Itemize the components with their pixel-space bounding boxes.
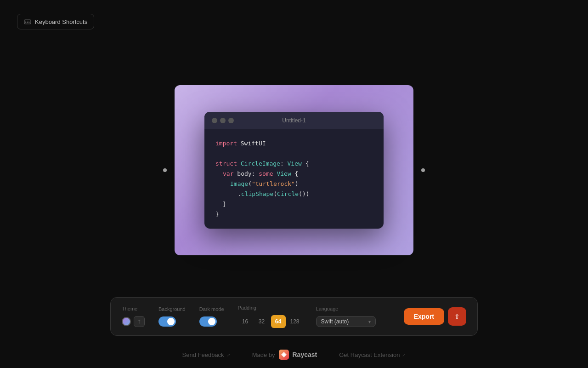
theme-arrow-btn[interactable]: ⇧ bbox=[134, 316, 145, 327]
svg-rect-2 bbox=[27, 21, 28, 22]
canvas-area: Untitled-1 import SwiftUI struct CircleI… bbox=[0, 46, 588, 294]
code-window: Untitled-1 import SwiftUI struct CircleI… bbox=[204, 112, 384, 229]
dot-minimize bbox=[220, 118, 226, 123]
darkmode-label: Dark mode bbox=[199, 306, 224, 312]
external-link-icon: ↗ bbox=[226, 352, 230, 357]
padding-options: 16 32 64 128 bbox=[238, 315, 302, 328]
background-controls bbox=[158, 316, 186, 327]
toolbar: Theme ⇧ Background Dark mode Padding 16 … bbox=[110, 297, 478, 336]
screenshot-frame: Untitled-1 import SwiftUI struct CircleI… bbox=[175, 85, 413, 255]
chevron-down-icon: ▾ bbox=[368, 319, 371, 324]
window-title: Untitled-1 bbox=[282, 117, 305, 124]
code-line-7: } bbox=[215, 199, 373, 209]
padding-128[interactable]: 128 bbox=[288, 315, 302, 328]
code-line-4: var body: some View { bbox=[215, 169, 373, 179]
code-line-5: Image("turtlerock") bbox=[215, 179, 373, 189]
language-group: Language Swift (auto) ▾ bbox=[316, 306, 376, 327]
svg-rect-5 bbox=[27, 22, 28, 23]
keyboard-icon bbox=[24, 18, 31, 25]
code-line-blank bbox=[215, 149, 373, 159]
extension-label: Get Raycast Extension bbox=[339, 351, 400, 358]
theme-label: Theme bbox=[122, 306, 145, 311]
footer: Send Feedback ↗ Made by Raycast Get Rayc… bbox=[0, 350, 588, 360]
top-bar: Keyboard Shortcuts bbox=[17, 14, 94, 29]
theme-color-swatch[interactable] bbox=[122, 317, 131, 326]
export-button[interactable]: Export bbox=[404, 308, 444, 325]
window-dots bbox=[212, 118, 234, 123]
darkmode-controls bbox=[199, 316, 224, 327]
darkmode-toggle-knob bbox=[208, 318, 215, 325]
svg-rect-3 bbox=[28, 21, 29, 22]
keyboard-shortcuts-label: Keyboard Shortcuts bbox=[35, 18, 87, 25]
padding-64[interactable]: 64 bbox=[271, 315, 286, 328]
svg-rect-0 bbox=[24, 20, 31, 24]
feedback-link[interactable]: Send Feedback ↗ bbox=[182, 351, 230, 358]
background-toggle-knob bbox=[167, 318, 175, 325]
made-by-label: Made by bbox=[252, 351, 275, 358]
svg-point-8 bbox=[283, 354, 285, 356]
code-body: import SwiftUI struct CircleImage: View … bbox=[204, 129, 384, 229]
darkmode-toggle[interactable] bbox=[199, 316, 217, 327]
export-area: Export ⇧ bbox=[404, 307, 466, 326]
raycast-brand-name: Raycast bbox=[293, 351, 317, 358]
code-line-6: .clipShape(Circle()) bbox=[215, 189, 373, 199]
window-titlebar: Untitled-1 bbox=[204, 112, 384, 129]
chevron-up-icon: ⇧ bbox=[454, 313, 460, 320]
svg-rect-1 bbox=[25, 21, 26, 22]
code-line-1: import SwiftUI bbox=[215, 138, 373, 149]
background-group: Background bbox=[158, 306, 186, 327]
background-toggle[interactable] bbox=[158, 316, 176, 327]
raycast-logo-icon bbox=[279, 350, 289, 360]
code-line-8: } bbox=[215, 209, 373, 219]
code-line-3: struct CircleImage: View { bbox=[215, 159, 373, 169]
external-link-icon-2: ↗ bbox=[402, 352, 406, 357]
language-select[interactable]: Swift (auto) ▾ bbox=[316, 316, 376, 327]
padding-group: Padding 16 32 64 128 bbox=[238, 305, 302, 328]
next-arrow[interactable] bbox=[421, 168, 425, 172]
dot-close bbox=[212, 118, 217, 123]
theme-controls: ⇧ bbox=[122, 316, 145, 327]
made-by-brand: Made by Raycast bbox=[252, 350, 317, 360]
dot-maximize bbox=[228, 118, 234, 123]
language-value: Swift (auto) bbox=[321, 318, 349, 325]
extension-link[interactable]: Get Raycast Extension ↗ bbox=[339, 351, 406, 358]
darkmode-group: Dark mode bbox=[199, 306, 224, 327]
background-label: Background bbox=[158, 306, 186, 312]
padding-16[interactable]: 16 bbox=[238, 315, 253, 328]
export-chevron-button[interactable]: ⇧ bbox=[448, 307, 466, 326]
keyboard-shortcuts-button[interactable]: Keyboard Shortcuts bbox=[17, 14, 94, 29]
theme-group: Theme ⇧ bbox=[122, 306, 145, 327]
svg-rect-6 bbox=[29, 22, 30, 23]
padding-32[interactable]: 32 bbox=[254, 315, 269, 328]
feedback-label: Send Feedback bbox=[182, 351, 224, 358]
prev-arrow[interactable] bbox=[163, 168, 167, 172]
padding-label: Padding bbox=[238, 305, 302, 310]
svg-rect-4 bbox=[25, 22, 26, 23]
language-label: Language bbox=[316, 306, 376, 311]
